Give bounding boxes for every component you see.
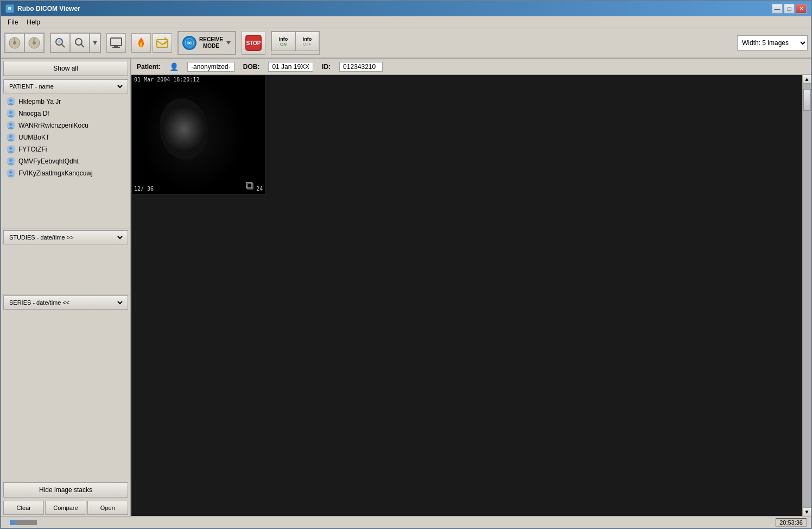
id-label: ID:	[322, 63, 331, 71]
svg-marker-11	[93, 41, 97, 45]
svg-point-26	[9, 135, 12, 138]
patient-item-6[interactable]: FVIKyZiaatlmgxKanqcuwj	[3, 167, 128, 179]
image-grid-container[interactable]: 01 Mar 2004 18:20:1212/ 3624	[131, 75, 802, 516]
patient-info-bar: Patient: 👤 -anonymized- DOB: 01 Jan 19XX…	[131, 59, 811, 75]
svg-point-28	[9, 159, 12, 162]
open-button[interactable]: Open	[87, 501, 128, 515]
cell-timestamp-0: 01 Mar 2004 18:20:12	[134, 77, 199, 83]
svg-point-25	[9, 123, 12, 126]
show-all-button[interactable]: Show all	[3, 61, 128, 76]
stop-button[interactable]: STOP	[242, 31, 265, 55]
dob-value: 01 Jan 19XX	[268, 62, 313, 72]
menu-help[interactable]: Help	[22, 17, 45, 27]
scroll-track[interactable]	[803, 84, 811, 507]
main-window: R Rubo DICOM Viewer — □ ✕ File Help 1 2	[0, 0, 812, 529]
hide-stacks-button[interactable]: Hide image stacks	[3, 482, 128, 497]
status-time: 20:53:36	[776, 518, 807, 527]
image-grid-wrapper: 01 Mar 2004 18:20:1212/ 3624 ▲ ▼	[131, 75, 811, 516]
patient-list: Hkfepmb Ya Jr Nnocga Df WANRrRwlcnzpenlK…	[1, 95, 130, 229]
patient-name-5: QMVFyEebvqhtQdht	[18, 158, 79, 165]
menu-file[interactable]: File	[3, 17, 22, 27]
patient-item-5[interactable]: QMVFyEebvqhtQdht	[3, 155, 128, 167]
patient-item-1[interactable]: Nnocga Df	[3, 108, 128, 119]
svg-point-19	[188, 42, 191, 44]
patient-avatar-3	[7, 133, 15, 142]
cd2-button[interactable]: 2	[24, 33, 44, 53]
info-on-button[interactable]: Info ON	[271, 32, 295, 51]
studies-dropdown-header[interactable]: STUDIES - date/time >>	[3, 230, 128, 244]
svg-rect-12	[111, 38, 122, 46]
svg-point-27	[9, 147, 12, 150]
svg-text:STOP: STOP	[246, 40, 261, 46]
id-value: 012343210	[339, 62, 383, 72]
cell-info-0: 12/ 36	[134, 186, 154, 192]
left-panel: Show all PATIENT - name PATIENT - id PAT…	[1, 59, 131, 516]
scroll-thumb[interactable]	[803, 89, 811, 111]
patient-dropdown-header[interactable]: PATIENT - name PATIENT - id PATIENT - do…	[3, 79, 128, 93]
patient-avatar-1	[7, 109, 15, 118]
patient-item-4[interactable]: FYTOtZFi	[3, 143, 128, 155]
patient-name-6: FVIKyZiaatlmgxKanqcuwj	[18, 169, 93, 177]
send-button[interactable]	[153, 33, 172, 53]
scroll-down-button[interactable]: ▼	[803, 507, 811, 516]
main-content: Show all PATIENT - name PATIENT - id PAT…	[1, 59, 811, 516]
svg-text:2: 2	[33, 37, 36, 42]
svg-marker-20	[226, 41, 231, 45]
svg-point-24	[9, 111, 12, 114]
flame-button[interactable]	[131, 33, 151, 53]
close-button[interactable]: ✕	[796, 4, 807, 14]
window-controls: — □ ✕	[772, 4, 807, 14]
patient-name-1: Nnocga Df	[18, 110, 49, 117]
receive-mode-button[interactable]: RECEIVE MODE	[179, 33, 235, 53]
receive-mode-dropdown-icon	[225, 40, 232, 46]
info-off-button[interactable]: Info OFF	[295, 32, 319, 51]
cd1-button[interactable]: 1	[5, 33, 24, 53]
svg-line-10	[81, 44, 84, 47]
patient-item-3[interactable]: UUMBoKT	[3, 131, 128, 143]
receive-mode-label: RECEIVE	[199, 36, 223, 43]
mri-canvas-0	[132, 75, 265, 194]
patient-sort-select[interactable]: PATIENT - name PATIENT - id PATIENT - do…	[7, 83, 124, 90]
search2-button[interactable]	[70, 33, 90, 53]
scroll-up-button[interactable]: ▲	[803, 75, 811, 84]
patient-item-2[interactable]: WANRrRwlcnzpenlKocu	[3, 119, 128, 131]
series-sort-select[interactable]: SERIES - date/time <<	[7, 299, 124, 306]
studies-sort-select[interactable]: STUDIES - date/time >>	[7, 234, 124, 241]
image-area: Patient: 👤 -anonymized- DOB: 01 Jan 19XX…	[131, 59, 811, 516]
patient-avatar-6	[7, 169, 15, 178]
patient-name-4: FYTOtZFi	[18, 146, 47, 153]
svg-rect-15	[157, 40, 168, 47]
width-dropdown[interactable]: Width: 1 image Width: 2 images Width: 3 …	[737, 35, 808, 51]
patient-avatar-4	[7, 145, 15, 154]
patient-name-2: WANRrRwlcnzpenlKocu	[18, 122, 88, 129]
receive-mode-label2: MODE	[203, 43, 219, 49]
window-title: Rubo DICOM Viewer	[17, 5, 80, 12]
cell-stack-icon-0	[245, 181, 254, 192]
patient-item-0[interactable]: Hkfepmb Ya Jr	[3, 96, 128, 108]
cell-count-0: 24	[256, 186, 263, 192]
patient-name-3: UUMBoKT	[18, 134, 49, 141]
compare-button[interactable]: Compare	[45, 501, 86, 515]
svg-line-7	[61, 44, 65, 47]
bottom-action-buttons: Clear Compare Open	[1, 500, 130, 516]
series-section: SERIES - date/time <<	[1, 294, 130, 348]
image-cell-0[interactable]: 01 Mar 2004 18:20:1212/ 3624	[131, 75, 265, 194]
series-dropdown-header[interactable]: SERIES - date/time <<	[3, 295, 128, 310]
maximize-button[interactable]: □	[784, 4, 795, 14]
dob-label: DOB:	[243, 63, 260, 71]
minimize-button[interactable]: —	[772, 4, 783, 14]
patient-name-0: Hkfepmb Ya Jr	[18, 98, 61, 105]
toolbar: 1 2	[1, 28, 811, 59]
patient-avatar-5	[7, 157, 15, 166]
scrollbar: ▲ ▼	[802, 75, 811, 516]
clear-button[interactable]: Clear	[3, 501, 44, 515]
arrow-down-button[interactable]	[90, 33, 100, 53]
patient-icon: 👤	[169, 62, 179, 71]
monitor-button[interactable]	[106, 33, 126, 53]
patient-label: Patient:	[137, 63, 161, 71]
title-bar: R Rubo DICOM Viewer — □ ✕	[1, 1, 811, 16]
svg-rect-13	[114, 46, 118, 47]
app-icon: R	[5, 4, 14, 13]
progress-fill	[10, 520, 15, 525]
search1-button[interactable]	[50, 33, 70, 53]
